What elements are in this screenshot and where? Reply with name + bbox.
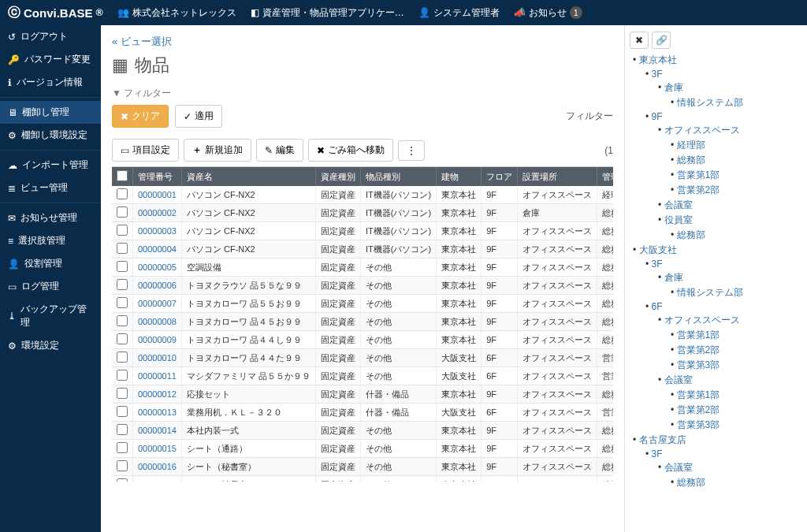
tree-node[interactable]: 3F会議室総務部 [645, 448, 802, 489]
asset-id-link[interactable]: 00000003 [133, 222, 182, 240]
table-row[interactable]: 00000006トヨヌクラウソ 品５５な９９固定資産その他東京本社9Fオフィスス… [112, 277, 613, 295]
tree-node-link[interactable]: 営業第1部 [677, 329, 720, 340]
asset-id-link[interactable]: 00000008 [133, 313, 182, 331]
row-checkbox[interactable] [117, 225, 128, 236]
row-checkbox[interactable] [117, 424, 128, 435]
tree-node-link[interactable]: 9F [652, 111, 663, 122]
tree-node-link[interactable]: 会議室 [664, 199, 693, 210]
tree-node[interactable]: 営業第2部 [671, 184, 802, 197]
tree-node-link[interactable]: 会議室 [664, 374, 693, 385]
tree-node-link[interactable]: 3F [652, 69, 663, 80]
add-button[interactable]: ＋新規追加 [184, 139, 251, 162]
asset-id-link[interactable]: 00000006 [133, 277, 182, 295]
tree-node[interactable]: 総務部 [671, 154, 802, 167]
column-header[interactable]: 管理部門 [597, 167, 613, 186]
asset-id-link[interactable]: 00000015 [133, 440, 182, 458]
tree-node-link[interactable]: オフィススペース [664, 314, 740, 326]
row-checkbox[interactable] [117, 261, 128, 272]
tree-node[interactable]: 営業第2部 [671, 404, 802, 417]
table-row[interactable]: 00000010トヨヌカローワ 品４４た９９固定資産その他大阪支社6Fオフィスス… [112, 349, 613, 367]
tree-node[interactable]: 東京本社3F倉庫情報システム部9Fオフィススペース経理部総務部営業第1部営業第2… [633, 54, 802, 242]
tree-node-link[interactable]: 3F [652, 448, 663, 459]
sidebar-item[interactable]: ▭ログ管理 [0, 275, 101, 298]
tree-node-link[interactable]: 営業第3部 [677, 359, 720, 370]
row-checkbox[interactable] [117, 315, 128, 326]
tree-node-link[interactable]: 総務部 [677, 154, 705, 166]
tree-node[interactable]: 会議室 [658, 199, 802, 212]
row-checkbox[interactable] [117, 406, 128, 417]
clear-button[interactable]: ✖クリア [112, 105, 169, 128]
table-row[interactable]: 00000008トヨヌカローワ 品４５お９９固定資産その他東京本社9Fオフィスス… [112, 313, 613, 331]
row-checkbox[interactable] [117, 442, 128, 453]
tree-node[interactable]: 倉庫情報システム部 [658, 271, 802, 299]
asset-id-link[interactable]: 00000007 [133, 295, 182, 313]
tree-node-link[interactable]: 営業第1部 [677, 389, 720, 400]
tree-node-link[interactable]: 名古屋支店 [639, 434, 686, 445]
table-row[interactable]: 00000017シート（社長室）固定資産その他東京本社9Fオフィススペース総務部… [112, 476, 613, 482]
row-checkbox[interactable] [117, 188, 128, 199]
row-checkbox[interactable] [117, 478, 128, 482]
tree-node-link[interactable]: 倉庫 [664, 272, 683, 283]
tree-node[interactable]: 9Fオフィススペース経理部総務部営業第1部営業第2部会議室役員室総務部 [645, 111, 802, 242]
tree-node[interactable]: オフィススペース営業第1部営業第2部営業第3部 [658, 314, 802, 372]
sidebar-item[interactable]: 🔑パスワード変更 [0, 48, 101, 71]
tree-node[interactable]: 営業第1部 [671, 329, 802, 342]
brand-logo[interactable]: ⓒConvi.BASE® [8, 5, 103, 21]
tree-node-link[interactable]: 東京本社 [639, 54, 677, 65]
column-header[interactable]: 資産名 [181, 167, 315, 186]
row-checkbox[interactable] [117, 243, 128, 254]
sidebar-item[interactable]: ℹバージョン情報 [0, 71, 101, 94]
tree-node[interactable]: オフィススペース経理部総務部営業第1部営業第2部 [658, 124, 802, 197]
tree-node[interactable]: 総務部 [671, 476, 802, 489]
tree-node[interactable]: 情報システム部 [671, 96, 802, 110]
sidebar-item[interactable]: ⚙棚卸し環境設定 [0, 124, 101, 147]
sidebar-item[interactable]: ≣ビュー管理 [0, 177, 101, 199]
column-header[interactable]: 物品種別 [361, 167, 437, 186]
tree-link-button[interactable]: 🔗 [652, 32, 671, 49]
tree-node-link[interactable]: 会議室 [664, 462, 693, 473]
table-row[interactable]: 00000001パソコン CF-NX2固定資産IT機器(パソコン)東京本社9Fオ… [112, 186, 613, 204]
row-checkbox[interactable] [117, 352, 128, 363]
tree-node[interactable]: 役員室総務部 [658, 214, 802, 242]
tree-node[interactable]: 名古屋支店3F会議室総務部 [633, 433, 802, 489]
sidebar-item[interactable]: 🖥棚卸し管理 [0, 101, 101, 124]
table-row[interactable]: 00000004パソコン CF-NX2固定資産IT機器(パソコン)東京本社9Fオ… [112, 240, 613, 259]
tree-node[interactable]: 営業第3部 [671, 419, 802, 432]
trash-button[interactable]: ✖ごみ箱へ移動 [308, 139, 393, 162]
row-checkbox[interactable] [117, 279, 128, 290]
row-checkbox[interactable] [117, 206, 128, 218]
tree-node[interactable]: 3F倉庫情報システム部 [645, 69, 802, 110]
tree-node[interactable]: 倉庫情報システム部 [658, 81, 802, 110]
tree-node-link[interactable]: 営業第1部 [677, 169, 720, 180]
tree-node[interactable]: 会議室総務部 [658, 461, 802, 489]
column-header[interactable]: 設置場所 [518, 167, 597, 186]
asset-id-link[interactable]: 00000014 [133, 422, 182, 440]
asset-id-link[interactable]: 00000005 [133, 259, 182, 277]
asset-id-link[interactable]: 00000016 [133, 458, 182, 476]
tree-node[interactable]: 会議室営業第1部営業第2部営業第3部 [658, 374, 802, 432]
tree-node-link[interactable]: オフィススペース [664, 125, 740, 136]
top-notice[interactable]: 📣お知らせ1 [514, 6, 582, 20]
tree-node[interactable]: 営業第1部 [671, 169, 802, 182]
sidebar-item[interactable]: ⤓バックアップ管理 [0, 298, 101, 334]
asset-id-link[interactable]: 00000011 [133, 367, 182, 385]
tree-node-link[interactable]: 営業第2部 [677, 344, 720, 355]
tree-close-button[interactable]: ✖ [630, 32, 649, 49]
table-row[interactable]: 00000007トヨヌカローワ 品５５お９９固定資産その他東京本社9Fオフィスス… [112, 295, 613, 313]
asset-id-link[interactable]: 00000012 [133, 385, 182, 404]
tree-node[interactable]: 営業第3部 [671, 359, 802, 372]
table-row[interactable]: 00000014本社内装一式固定資産その他東京本社9Fオフィススペース総務部20… [112, 422, 613, 440]
table-row[interactable]: 00000013業務用机．ＫＬ－３２０固定資産什器・備品大阪支社6Fオフィススペ… [112, 404, 613, 422]
row-checkbox[interactable] [117, 370, 128, 381]
tree-node-link[interactable]: 情報システム部 [677, 287, 743, 298]
sidebar-item[interactable]: ↺ログアウト [0, 25, 101, 48]
tree-node-link[interactable]: 情報システム部 [677, 97, 743, 108]
top-user[interactable]: 👤システム管理者 [418, 6, 500, 20]
apply-button[interactable]: ✓適用 [175, 105, 222, 128]
tree-node[interactable]: 経理部 [671, 139, 802, 152]
table-row[interactable]: 00000002パソコン CF-NX2固定資産IT機器(パソコン)東京本社9F倉… [112, 204, 613, 222]
column-header[interactable]: フロア [482, 167, 518, 186]
table-row[interactable]: 00000005空調設備固定資産その他東京本社9Fオフィススペース総務部2007… [112, 259, 613, 277]
top-app[interactable]: ◧資産管理・物品管理アプリケー… [251, 6, 404, 20]
asset-id-link[interactable]: 00000010 [133, 349, 182, 367]
